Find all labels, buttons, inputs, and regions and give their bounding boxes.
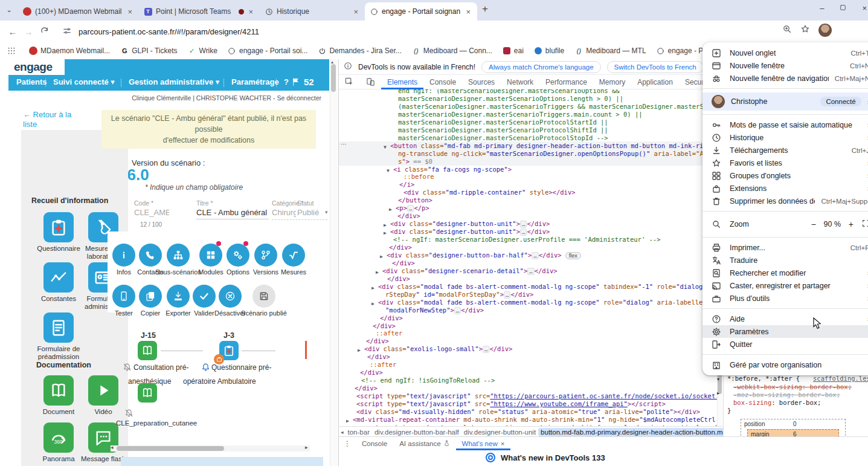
dom-tree-node[interactable]: <div class="designer-button-unit">…</div… — [390, 220, 550, 228]
dom-tree-node[interactable]: masterScenarioDesigner.masterScenarioTri… — [398, 111, 643, 118]
bookmark-star-icon[interactable] — [800, 24, 810, 36]
clinic-user-line[interactable]: Clinique Clémentville | CHRISTOPHE WACHT… — [0, 94, 321, 103]
bookmark-item[interactable]: GGLPI - Tickets — [120, 47, 177, 55]
menu-item-mots-de-passe-et-saisie-automa[interactable]: Mots de passe et saisie automatique› — [702, 118, 868, 131]
dom-tree-node[interactable]: <i class="fa fa-cogs ng-scope">▼ — [393, 166, 512, 173]
tab-close-icon[interactable]: × — [352, 7, 360, 16]
dom-tree-node[interactable]: </div> — [360, 369, 383, 377]
expand-arrow-icon[interactable]: ▶ — [371, 300, 375, 308]
menu-item-aide[interactable]: Aide› — [702, 312, 868, 325]
save-action-button[interactable] — [252, 285, 275, 308]
url-text[interactable]: parcours-patient.oc-sante.fr/#!/param/de… — [79, 27, 259, 36]
clipboard-tile-icon[interactable] — [43, 212, 74, 242]
dom-tree-node[interactable]: </div> — [387, 275, 410, 283]
dom-tree-node[interactable]: </button> — [398, 196, 432, 204]
dom-tree-node[interactable]: <p>…</p>▶ — [396, 204, 429, 213]
devtools-tab-memory[interactable]: Memory — [593, 75, 631, 89]
menu-item-favoris-et-listes[interactable]: Favoris et listes› — [702, 157, 868, 169]
expand-arrow-icon[interactable]: ▶ — [380, 253, 383, 261]
new-tab-button[interactable]: + — [482, 3, 488, 15]
devtools-tab-sources[interactable]: Sources — [462, 75, 501, 89]
tab-close-icon[interactable]: × — [246, 7, 255, 16]
export-action-button[interactable] — [167, 285, 190, 308]
page-scrollbar[interactable] — [330, 59, 338, 466]
dom-tree-node[interactable]: end ngIf: (masterScenarioDesigner.master… — [398, 89, 620, 95]
zoom-out-button[interactable]: − — [806, 219, 821, 229]
expand-arrow-icon[interactable]: ▼ — [387, 167, 390, 175]
field-value[interactable]: Publié — [297, 208, 321, 219]
pano-tile-icon[interactable]: 360° — [43, 422, 74, 453]
inspect-element-icon[interactable] — [339, 75, 360, 89]
phone-action-button[interactable] — [139, 244, 162, 267]
dom-tree-node[interactable]: </div> — [367, 353, 390, 361]
dom-tree-node[interactable]: <md-virtual-repeat-container md-auto-shr… — [353, 416, 717, 424]
devtools-tab-elements[interactable]: Elements — [381, 75, 423, 89]
mobile-action-button[interactable] — [112, 285, 135, 308]
drawer-tab-close-icon[interactable]: × — [501, 440, 505, 447]
menu-item-caster-enregistrer-et-partager[interactable]: Caster, enregistrer et partager› — [702, 279, 868, 292]
node-options-icon[interactable]: ⋯ — [341, 141, 347, 147]
menu-item-traduire[interactable]: Traduire — [702, 254, 868, 267]
breadcrumb-item[interactable]: ton-bar — [346, 428, 372, 436]
dom-tree-node[interactable]: masterScenarioDesigner.masterScenarioPro… — [398, 126, 608, 134]
dom-tree-node[interactable]: </div> — [397, 212, 420, 220]
gears-action-button[interactable] — [227, 244, 249, 267]
notice-button[interactable]: Always match Chrome's language — [481, 61, 601, 73]
hier-action-button[interactable] — [167, 244, 190, 267]
dom-tree-node[interactable]: </div> — [380, 314, 403, 322]
dom-tree-node[interactable]: <div class="designer-scenario-detail">…<… — [382, 267, 558, 276]
dom-tree-node[interactable]: <div class="exolis-logo-small">…</div>▶ — [364, 345, 512, 354]
dom-tree-node[interactable]: s"> == $0 — [398, 158, 432, 166]
devtools-tab-application[interactable]: Application — [631, 75, 679, 89]
expand-arrow-icon[interactable]: ▶ — [371, 284, 375, 292]
menu-item-géré-par-votre-organisation[interactable]: Géré par votre organisation — [702, 358, 868, 371]
menu-item-téléchargements[interactable]: TéléchargementsCtrl+J — [702, 144, 868, 157]
dom-tree-node[interactable]: masterScenarioDesigner.masterScenarioOpt… — [398, 95, 623, 103]
bookmark-item[interactable]: eai — [503, 47, 524, 55]
apps-grid-icon[interactable] — [7, 47, 16, 55]
dom-tree-node[interactable]: <div class="designer-button-unit">…</div… — [390, 228, 550, 236]
menu-item-rechercher-et-modifier[interactable]: Rechercher et modifier› — [702, 267, 868, 279]
bookmark-item[interactable]: ()Mediboard — Conn... — [412, 47, 492, 55]
back-icon[interactable]: ← — [5, 27, 21, 37]
device-toolbar-icon[interactable] — [360, 75, 381, 89]
bookmark-item[interactable]: blufile — [534, 47, 564, 55]
menu-item-groupes-d-onglets[interactable]: Groupes d'onglets› — [702, 169, 868, 182]
devtools-tab-console[interactable]: Console — [423, 75, 462, 89]
dom-tree-node[interactable]: <!-- end ngIf: !isGoingToReload --> — [361, 377, 495, 384]
expand-arrow-icon[interactable]: ▶ — [346, 417, 349, 425]
breadcrumb-scroll-left-icon[interactable]: ◂ — [339, 429, 346, 435]
close-window-button[interactable]: × — [862, 4, 867, 13]
zoom-in-button[interactable]: + — [844, 219, 858, 229]
menu-item-supprimer-les-données-de-navig[interactable]: Supprimer les données de navigation...Ct… — [702, 195, 868, 207]
dom-tree-node[interactable]: </div> — [389, 244, 412, 251]
sqrt-action-button[interactable] — [282, 244, 305, 267]
scroll-arrow-right[interactable]: ▸ — [305, 444, 308, 450]
browser-tab[interactable]: Historique× — [260, 2, 365, 21]
expand-arrow-icon[interactable]: ▶ — [376, 268, 379, 276]
book-tile-icon[interactable] — [43, 375, 74, 406]
copy-action-button[interactable] — [139, 285, 162, 308]
devtools-tab-network[interactable]: Network — [501, 75, 539, 89]
dom-tree-node[interactable]: <div class="modal fade bs-alert-comment-… — [378, 283, 717, 291]
drawer-tab-console[interactable]: Console — [356, 437, 393, 450]
menu-item-paramètres[interactable]: Paramètres — [702, 325, 868, 338]
status-caret-icon[interactable]: ▾ — [325, 209, 328, 215]
breadcrumb-item[interactable]: button.md-fab.md-primary.designer-header… — [538, 428, 723, 436]
drawer-tab-what-s-new[interactable]: What's new× — [456, 437, 511, 450]
scrollbar-thumb[interactable] — [331, 64, 336, 92]
nav-item-suivi-connect-[interactable]: Suivi connecté ▾ — [53, 77, 115, 86]
drawer-menu-icon[interactable]: ⋮ — [339, 439, 356, 448]
bookmark-item[interactable]: ✓Wrike — [188, 47, 217, 55]
dom-tree-node[interactable]: masterScenarioDesigner.masterScenarioPro… — [398, 118, 608, 126]
xcirc-action-button[interactable] — [219, 285, 242, 308]
menu-item-nouvel-onglet[interactable]: Nouvel ongletCtrl+T — [702, 47, 868, 59]
grid-action-button[interactable] — [199, 244, 222, 267]
site-info-icon[interactable] — [59, 27, 75, 37]
dom-tree-node[interactable]: <!-- ngIf: masterScenarioDesigner.userPr… — [393, 236, 661, 244]
dom-tree-node[interactable]: <script type="text/javascript" src="http… — [356, 392, 717, 400]
drawer-tab-ai-assistance[interactable]: AI assistance — [393, 437, 455, 450]
field-value[interactable]: Chirurgie — [272, 208, 296, 219]
dom-tree-node[interactable]: masterScenarioDesigner.masterScenarioPro… — [398, 134, 608, 142]
maximize-button[interactable] — [840, 4, 846, 13]
